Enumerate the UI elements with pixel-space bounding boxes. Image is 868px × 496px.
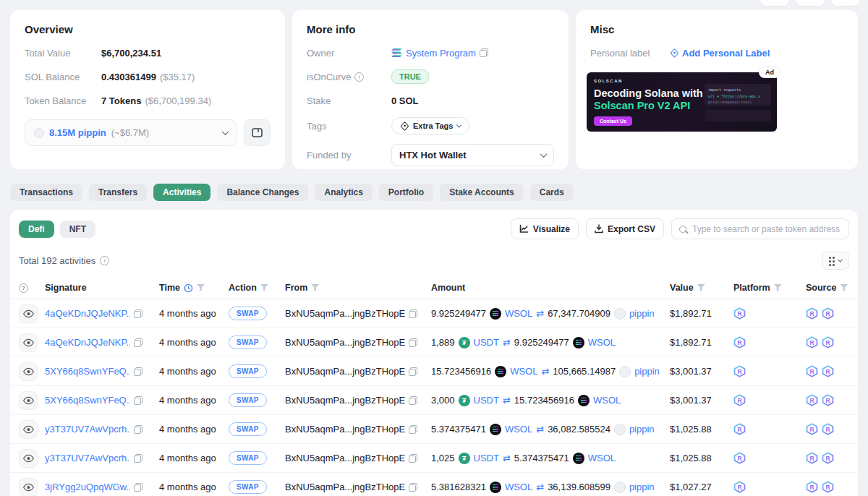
filter-icon[interactable] bbox=[311, 284, 319, 291]
token-link[interactable]: WSOL bbox=[505, 482, 532, 492]
filter-icon[interactable] bbox=[197, 284, 205, 291]
filter-icon[interactable] bbox=[260, 284, 268, 291]
from-address[interactable]: BxNU5aqmPa...jngBzTHopE bbox=[285, 453, 405, 463]
signature-link[interactable]: 4aQeKDnJQJeNKP... bbox=[45, 308, 130, 319]
extra-tags-button[interactable]: Extra Tags bbox=[391, 117, 469, 134]
token-link[interactable]: WSOL bbox=[593, 395, 621, 406]
tab-transactions[interactable]: Transactions bbox=[10, 184, 82, 201]
filter-defi[interactable]: Defi bbox=[19, 221, 54, 238]
raydium-platform-icon[interactable] bbox=[733, 394, 746, 406]
copy-icon[interactable] bbox=[409, 338, 417, 347]
tab-transfers[interactable]: Transfers bbox=[89, 184, 147, 201]
wallet-view-button[interactable] bbox=[244, 119, 271, 146]
raydium-platform-icon[interactable] bbox=[733, 307, 746, 320]
raydium-platform-icon[interactable] bbox=[733, 336, 746, 349]
tab-stake-accounts[interactable]: Stake Accounts bbox=[440, 184, 524, 201]
copy-icon[interactable] bbox=[409, 367, 417, 376]
copy-icon[interactable] bbox=[134, 367, 142, 376]
raydium-source-icon[interactable] bbox=[806, 365, 818, 377]
header-button-partial[interactable] bbox=[760, 0, 790, 7]
tab-portfolio[interactable]: Portfolio bbox=[379, 184, 433, 201]
token-link[interactable]: WSOL bbox=[588, 337, 616, 348]
copy-icon[interactable] bbox=[134, 309, 142, 318]
tab-cards[interactable]: Cards bbox=[530, 184, 574, 201]
from-address[interactable]: BxNU5aqmPa...jngBzTHopE bbox=[285, 366, 405, 377]
signature-link[interactable]: 5XY66q8SwnYFeQ... bbox=[45, 366, 130, 377]
tab-balance-changes[interactable]: Balance Changes bbox=[217, 184, 308, 201]
owner-link[interactable]: System Program bbox=[406, 48, 476, 59]
raydium-source-icon[interactable] bbox=[822, 336, 834, 349]
copy-icon[interactable] bbox=[134, 396, 142, 405]
ad-banner[interactable]: SOLSCAN Decoding Solana with Solscan Pro… bbox=[587, 72, 777, 132]
raydium-source-icon[interactable] bbox=[822, 365, 834, 377]
signature-link[interactable]: 3jRYgg2uQpqWGw... bbox=[45, 482, 130, 492]
raydium-source-icon[interactable] bbox=[822, 481, 834, 493]
copy-icon[interactable] bbox=[409, 454, 417, 463]
raydium-source-icon[interactable] bbox=[822, 423, 834, 435]
tab-activities[interactable]: Activities bbox=[153, 184, 210, 201]
visualize-button[interactable]: Visualize bbox=[511, 218, 579, 239]
preview-eye-button[interactable] bbox=[19, 362, 38, 381]
info-icon[interactable] bbox=[354, 72, 364, 82]
token-link[interactable]: WSOL bbox=[505, 424, 532, 435]
raydium-platform-icon[interactable] bbox=[733, 365, 746, 377]
token-link[interactable]: USDT bbox=[474, 453, 499, 463]
preview-eye-button[interactable] bbox=[19, 391, 38, 410]
copy-icon[interactable] bbox=[480, 48, 488, 57]
tab-analytics[interactable]: Analytics bbox=[315, 184, 372, 201]
from-address[interactable]: BxNU5aqmPa...jngBzTHopE bbox=[285, 424, 405, 435]
copy-icon[interactable] bbox=[409, 396, 417, 405]
export-csv-button[interactable]: Export CSV bbox=[586, 218, 664, 239]
token-holdings-amount[interactable]: 8.15M pippin bbox=[49, 127, 106, 138]
raydium-source-icon[interactable] bbox=[806, 423, 818, 435]
header-button-partial[interactable] bbox=[795, 0, 825, 7]
add-personal-label-link[interactable]: Add Personal Label bbox=[682, 48, 770, 59]
token-link[interactable]: pippin bbox=[629, 308, 655, 319]
from-address[interactable]: BxNU5aqmPa...jngBzTHopE bbox=[285, 337, 405, 348]
raydium-source-icon[interactable] bbox=[806, 336, 818, 349]
token-link[interactable]: pippin bbox=[629, 424, 655, 435]
clock-icon[interactable] bbox=[184, 283, 193, 293]
help-icon[interactable] bbox=[19, 283, 28, 293]
token-holdings-dropdown[interactable]: 8.15M pippin (~$6.7M) bbox=[25, 119, 237, 146]
copy-icon[interactable] bbox=[409, 425, 417, 434]
from-address[interactable]: BxNU5aqmPa...jngBzTHopE bbox=[285, 308, 405, 319]
from-address[interactable]: BxNU5aqmPa...jngBzTHopE bbox=[285, 482, 405, 492]
copy-icon[interactable] bbox=[134, 483, 142, 492]
header-button-partial[interactable] bbox=[830, 0, 861, 7]
raydium-source-icon[interactable] bbox=[822, 307, 834, 320]
preview-eye-button[interactable] bbox=[19, 449, 38, 468]
copy-icon[interactable] bbox=[409, 309, 417, 318]
copy-icon[interactable] bbox=[134, 425, 142, 434]
token-link[interactable]: USDT bbox=[474, 395, 499, 406]
filter-icon[interactable] bbox=[774, 284, 782, 291]
raydium-source-icon[interactable] bbox=[822, 452, 834, 464]
signature-link[interactable]: 5XY66q8SwnYFeQ... bbox=[45, 395, 130, 406]
raydium-platform-icon[interactable] bbox=[733, 423, 746, 435]
copy-icon[interactable] bbox=[134, 454, 142, 463]
preview-eye-button[interactable] bbox=[19, 304, 38, 323]
info-icon[interactable] bbox=[100, 256, 109, 265]
copy-icon[interactable] bbox=[134, 338, 142, 347]
preview-eye-button[interactable] bbox=[19, 333, 38, 352]
token-link[interactable]: WSOL bbox=[510, 366, 537, 377]
filter-icon[interactable] bbox=[840, 284, 848, 291]
raydium-source-icon[interactable] bbox=[806, 307, 818, 320]
filter-nft[interactable]: NFT bbox=[60, 221, 95, 238]
raydium-platform-icon[interactable] bbox=[733, 452, 746, 464]
token-link[interactable]: pippin bbox=[634, 366, 660, 377]
filter-icon[interactable] bbox=[697, 284, 705, 291]
funded-by-select[interactable]: HTX Hot Wallet bbox=[391, 144, 554, 166]
preview-eye-button[interactable] bbox=[19, 420, 38, 439]
raydium-source-icon[interactable] bbox=[822, 394, 834, 406]
search-input[interactable] bbox=[692, 224, 841, 234]
token-link[interactable]: pippin bbox=[629, 482, 655, 492]
token-link[interactable]: USDT bbox=[474, 337, 499, 348]
signature-link[interactable]: 4aQeKDnJQJeNKP... bbox=[45, 337, 130, 348]
column-settings-button[interactable] bbox=[822, 252, 849, 270]
raydium-source-icon[interactable] bbox=[806, 452, 818, 464]
ad-contact-us-button[interactable]: Contact Us bbox=[594, 116, 632, 126]
raydium-source-icon[interactable] bbox=[806, 481, 818, 493]
raydium-platform-icon[interactable] bbox=[733, 481, 746, 493]
signature-link[interactable]: y3T37UV7AwVpcrh... bbox=[45, 453, 130, 463]
